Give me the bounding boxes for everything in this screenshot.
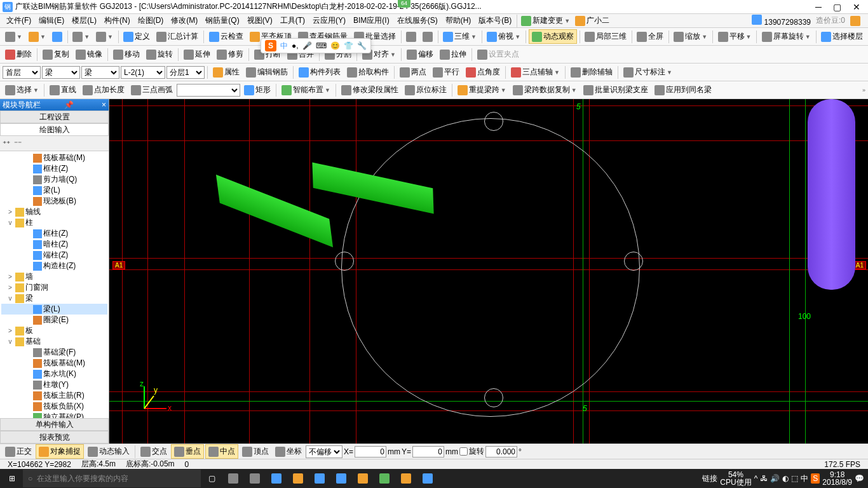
tree-node[interactable]: 框柱(Z)	[1, 228, 107, 239]
screenrot-button[interactable]: 屏幕旋转▼	[759, 30, 813, 43]
tray-clock[interactable]: 9:182018/8/9	[822, 471, 852, 486]
tb-app-4[interactable]	[374, 470, 395, 487]
tree-node[interactable]: 梁(L)	[1, 304, 107, 315]
menu-help[interactable]: 帮助(H)	[442, 15, 475, 26]
taskview-button[interactable]: ▢	[201, 470, 222, 487]
topview-button[interactable]: 俯视▼	[484, 30, 523, 43]
ime-emoji-icon[interactable]: 😊	[330, 41, 340, 50]
prev-button[interactable]	[403, 30, 419, 43]
tb-app-6[interactable]	[417, 470, 438, 487]
tree-node[interactable]: v梁	[1, 293, 107, 304]
tree-node[interactable]: 独立基础(P)	[1, 412, 107, 418]
tree-node[interactable]: 框柱(Z)	[1, 163, 107, 174]
batchbeam-button[interactable]: 批量识别梁支座	[581, 83, 651, 97]
mirror-button[interactable]: 镜像	[73, 48, 105, 61]
tree-node[interactable]: 构造柱(Z)	[1, 261, 107, 271]
close-button[interactable]: ✕	[853, 2, 860, 12]
tree-node[interactable]: 筏板负筋(X)	[1, 401, 107, 412]
minimize-button[interactable]: ─	[815, 2, 822, 12]
maximize-button[interactable]: ▢	[833, 2, 841, 12]
perp-toggle[interactable]: 垂点	[171, 444, 204, 459]
tree-node[interactable]: >轴线	[1, 207, 107, 217]
subcat-select[interactable]: 梁	[81, 66, 119, 79]
tray-i1-icon[interactable]: ◐	[782, 474, 789, 483]
column-3d[interactable]	[808, 99, 855, 290]
menu-bim[interactable]: BIM应用(I)	[349, 15, 393, 26]
threearc-button[interactable]: 三点画弧	[128, 83, 175, 97]
category-select[interactable]: 梁	[42, 66, 80, 79]
overflow-button[interactable]: »	[862, 87, 865, 93]
menu-version[interactable]: 版本号(B)	[475, 15, 515, 26]
select-button[interactable]: 选择▼	[3, 83, 41, 97]
local3d-button[interactable]: 局部三维	[582, 30, 629, 43]
ime-toolbar[interactable]: S 中 ●, 🎤 ⌨ 😊 👕 🔧	[261, 38, 371, 53]
move-button[interactable]: 移动	[111, 48, 142, 61]
copyspan-button[interactable]: 梁跨数据复制▼	[510, 83, 580, 97]
ime-punct-icon[interactable]: ●,	[292, 41, 299, 50]
undo-button[interactable]: ▼	[70, 30, 92, 43]
tray-ime[interactable]: 中	[801, 473, 808, 484]
menu-component[interactable]: 构件(N)	[100, 15, 134, 26]
tb-ie[interactable]	[309, 470, 330, 487]
start-button[interactable]: ⊞	[1, 470, 23, 487]
delete-button[interactable]: 删除	[3, 48, 34, 61]
ime-mic-icon[interactable]: 🎤	[302, 41, 312, 50]
cloudcheck-button[interactable]: 云检查	[207, 30, 246, 43]
x-input[interactable]	[355, 446, 386, 458]
tray-link[interactable]: 链接	[702, 473, 717, 484]
open-button[interactable]: ▼	[26, 30, 48, 43]
tray-vol-icon[interactable]: 🔊	[770, 474, 780, 483]
line-button[interactable]: 直线	[47, 83, 79, 97]
tree-node[interactable]: 基础梁(F)	[1, 347, 107, 358]
tb-ie2[interactable]	[330, 470, 352, 487]
rotate-button[interactable]: 旋转	[144, 48, 175, 61]
offset-select[interactable]: 不偏移	[306, 445, 342, 458]
menu-view[interactable]: 视图(V)	[243, 15, 276, 26]
menu-tools[interactable]: 工具(T)	[276, 15, 309, 26]
tree-node[interactable]: v基础	[1, 336, 107, 347]
sidebar-btn-single[interactable]: 单构件输入	[0, 418, 109, 431]
dynin-toggle[interactable]: 动态输入	[85, 445, 132, 458]
offset-button[interactable]: 偏移	[404, 48, 436, 61]
component-select[interactable]: L-2(1)	[121, 66, 165, 79]
ime-skin-icon[interactable]: 👕	[344, 41, 353, 50]
tree-node[interactable]: 梁(L)	[1, 185, 107, 196]
stretch-button[interactable]: 拉伸	[437, 48, 469, 61]
redo-button[interactable]: ▼	[93, 30, 116, 43]
rotate-checkbox[interactable]	[459, 447, 468, 456]
menu-edit[interactable]: 编辑(E)	[35, 15, 68, 26]
sumcalc-button[interactable]: 汇总计算	[154, 30, 201, 43]
mid-toggle[interactable]: 中点	[205, 444, 238, 459]
save-button[interactable]	[50, 30, 65, 43]
respcross-button[interactable]: 重提梁跨▼	[455, 83, 509, 97]
osnap-toggle[interactable]: 对象捕捉	[36, 444, 84, 459]
dynview-button[interactable]: 动态观察	[529, 29, 577, 44]
tree-node[interactable]: 端柱(Z)	[1, 250, 107, 261]
coord-toggle[interactable]: 坐标	[273, 445, 304, 458]
applysame-button[interactable]: 应用到同名梁	[652, 83, 714, 97]
layer-select[interactable]: 分层1	[166, 66, 205, 79]
tree-node[interactable]: 暗柱(Z)	[1, 239, 107, 250]
arc-select[interactable]	[177, 84, 240, 97]
extend-button[interactable]: 延伸	[181, 48, 213, 61]
threed-button[interactable]: 三维▼	[440, 30, 479, 43]
tree-node[interactable]: 筏板基础(M)	[1, 152, 107, 163]
user-button[interactable]: 广小二	[573, 14, 612, 27]
tb-app-3[interactable]	[287, 470, 309, 487]
vert-toggle[interactable]: 顶点	[240, 445, 271, 458]
define-button[interactable]: 定义	[121, 30, 153, 43]
menu-floor[interactable]: 楼层(L)	[68, 15, 100, 26]
ime-keyboard-icon[interactable]: ⌨	[316, 41, 327, 50]
tb-edge[interactable]	[266, 470, 287, 487]
ortho-toggle[interactable]: 正交	[3, 445, 34, 458]
ptlen-button[interactable]: 点加长度	[80, 83, 127, 97]
threeaux-button[interactable]: 三点辅轴▼	[508, 65, 562, 79]
pin-icon[interactable]: 📌	[64, 100, 74, 109]
trim-button[interactable]: 修剪	[214, 48, 246, 61]
menu-cloud[interactable]: 云应用(Y)	[309, 15, 349, 26]
tree-node[interactable]: 圈梁(E)	[1, 315, 107, 325]
tree-node[interactable]: 现浇板(B)	[1, 196, 107, 207]
complist-button[interactable]: 构件列表	[296, 65, 343, 79]
tree-node[interactable]: >墙	[1, 271, 107, 282]
sidetab-minus-icon[interactable]: ⁻⁻	[14, 139, 22, 148]
